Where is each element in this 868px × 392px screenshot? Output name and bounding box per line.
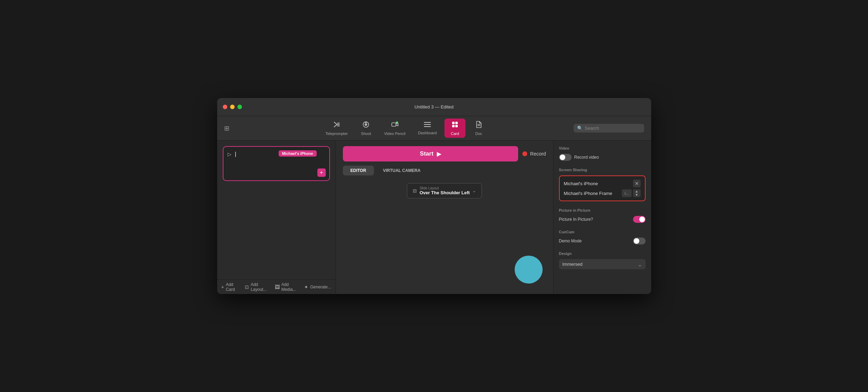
toolbar-item-dashboard[interactable]: Dashboard: [413, 119, 442, 137]
window-title: Untitled 3 — Edited: [414, 104, 454, 110]
slide-layout-chevron-icon: ⌄: [472, 188, 476, 193]
close-icon: ✕: [635, 181, 639, 186]
doc-icon: [476, 121, 482, 130]
video-pencil-icon: [391, 121, 399, 130]
toolbar: ⊞ Teleprompter: [217, 116, 651, 141]
tab-virtual-camera-label: VIRTUAL CAMERA: [383, 168, 421, 173]
pip-section: Picture in Picture Picture In Picture?: [559, 208, 646, 223]
cards-area: ▷ | Michael's iPhone +: [217, 141, 336, 279]
add-card-action[interactable]: + Add Card: [221, 282, 238, 292]
demo-mode-row: Demo Mode: [559, 238, 646, 244]
screen-sharing-iphone-name: Michael's iPhone: [564, 181, 598, 186]
svg-rect-14: [452, 125, 455, 127]
maximize-button[interactable]: [237, 105, 242, 109]
record-video-row: Record video: [559, 154, 646, 161]
teleprompter-icon: [333, 121, 340, 130]
demo-mode-toggle[interactable]: [633, 238, 646, 244]
sidebar-toggle-button[interactable]: ⊞: [224, 125, 229, 132]
record-label: Record: [530, 151, 546, 157]
main-content: ▷ | Michael's iPhone + + Add Card ⊡ Add …: [217, 141, 651, 294]
start-button[interactable]: Start ▶: [343, 146, 518, 161]
record-video-label: Record video: [574, 155, 599, 160]
add-layout-label: Add Layout...: [251, 282, 269, 292]
toolbar-item-doc[interactable]: Doc: [468, 119, 489, 138]
center-panel: Start ▶ Record EDITOR VIRTUAL CAMERA ⊟: [336, 141, 553, 294]
toolbar-item-card[interactable]: Card: [444, 119, 465, 138]
slide-layout-bar[interactable]: ⊟ Slide Layout Over The Shoulder Left ⌄: [407, 183, 482, 198]
svg-rect-15: [455, 125, 458, 127]
card-label: Card: [451, 131, 459, 136]
frame-stepper[interactable]: ▲▼: [633, 189, 641, 197]
screen-sharing-frame-row: Michael's iPhone Frame i... ▲▼: [564, 189, 641, 197]
minimize-button[interactable]: [230, 105, 235, 109]
slide-layout-label: Slide Layout: [420, 186, 470, 190]
dashboard-icon: [424, 121, 431, 129]
tab-virtual-camera[interactable]: VIRTUAL CAMERA: [375, 166, 428, 175]
design-select-wrapper: Immersed Standard Minimal Full Screen: [559, 259, 646, 269]
center-top-bar: Start ▶ Record: [336, 141, 553, 166]
add-media-action[interactable]: 🖼 Add Media...: [275, 282, 298, 292]
close-button[interactable]: [223, 105, 227, 109]
add-card-label: Add Card: [226, 282, 238, 292]
screen-sharing-section: Screen Sharing Michael's iPhone ✕ Michae…: [559, 168, 646, 201]
pip-toggle[interactable]: [633, 216, 646, 223]
teleprompter-label: Teleprompter: [325, 131, 348, 136]
shoot-icon: [362, 121, 370, 130]
screen-sharing-close-button[interactable]: ✕: [633, 180, 641, 187]
titlebar: Untitled 3 — Edited: [217, 98, 651, 116]
card-cursor: |: [235, 151, 236, 157]
video-section: Video Record video: [559, 146, 646, 161]
svg-rect-7: [392, 123, 396, 126]
cuecam-section-title: CueCam: [559, 230, 646, 234]
search-input[interactable]: [585, 126, 641, 131]
search-bar[interactable]: 🔍: [574, 124, 644, 133]
main-window: Untitled 3 — Edited ⊞ Teleprompter: [217, 98, 651, 294]
svg-rect-12: [452, 122, 455, 124]
shoot-label: Shoot: [361, 131, 371, 136]
card-item[interactable]: ▷ | Michael's iPhone +: [223, 146, 330, 181]
person-circle: [515, 256, 543, 284]
slide-layout-text: Slide Layout Over The Shoulder Left: [420, 186, 470, 195]
toolbar-items: Teleprompter Shoot: [236, 119, 574, 138]
add-media-label: Add Media...: [281, 282, 298, 292]
pip-label: Picture In Picture?: [559, 217, 593, 222]
frame-info-label: i...: [625, 191, 629, 195]
pip-toggle-row: Picture In Picture?: [559, 216, 646, 223]
pip-section-title: Picture in Picture: [559, 208, 646, 212]
bottom-bar: + Add Card ⊡ Add Layout... 🖼 Add Media..…: [217, 279, 336, 294]
editor-tabs: EDITOR VIRTUAL CAMERA: [336, 166, 553, 175]
toolbar-item-teleprompter[interactable]: Teleprompter: [321, 119, 353, 138]
add-card-icon: +: [221, 284, 224, 290]
start-label: Start: [420, 150, 434, 157]
add-layout-action[interactable]: ⊡ Add Layout...: [245, 282, 269, 292]
design-section-title: Design: [559, 251, 646, 256]
design-select[interactable]: Immersed Standard Minimal Full Screen: [559, 259, 646, 269]
svg-rect-6: [365, 122, 367, 123]
card-play-icon: ▷: [228, 151, 231, 157]
start-play-icon: ▶: [437, 151, 441, 157]
record-button[interactable]: Record: [522, 151, 546, 157]
cuecam-section: CueCam Demo Mode: [559, 230, 646, 244]
generate-action[interactable]: ✦ Generate...: [304, 284, 331, 290]
iphone-badge: Michael's iPhone: [279, 150, 317, 157]
video-section-title: Video: [559, 146, 646, 150]
record-dot-icon: [522, 151, 527, 156]
left-panel: ▷ | Michael's iPhone + + Add Card ⊡ Add …: [217, 141, 336, 294]
slide-layout-value: Over The Shoulder Left: [420, 190, 470, 195]
demo-mode-label: Demo Mode: [559, 239, 582, 243]
doc-label: Doc: [475, 131, 482, 136]
traffic-lights: [223, 105, 242, 109]
dashboard-label: Dashboard: [418, 131, 437, 135]
toolbar-item-video-pencil[interactable]: Video Pencil: [379, 119, 410, 138]
video-pencil-label: Video Pencil: [384, 131, 405, 136]
screen-sharing-frame-name: Michael's iPhone Frame: [564, 191, 612, 196]
frame-info-button[interactable]: i...: [622, 189, 632, 197]
svg-point-5: [366, 124, 366, 125]
card-add-button[interactable]: +: [317, 168, 326, 177]
add-media-icon: 🖼: [275, 284, 280, 290]
toolbar-item-shoot[interactable]: Shoot: [355, 119, 376, 138]
frame-controls: i... ▲▼: [622, 189, 641, 197]
screen-sharing-iphone-row: Michael's iPhone ✕: [564, 180, 641, 187]
record-video-toggle[interactable]: [559, 154, 572, 161]
tab-editor[interactable]: EDITOR: [343, 166, 374, 175]
